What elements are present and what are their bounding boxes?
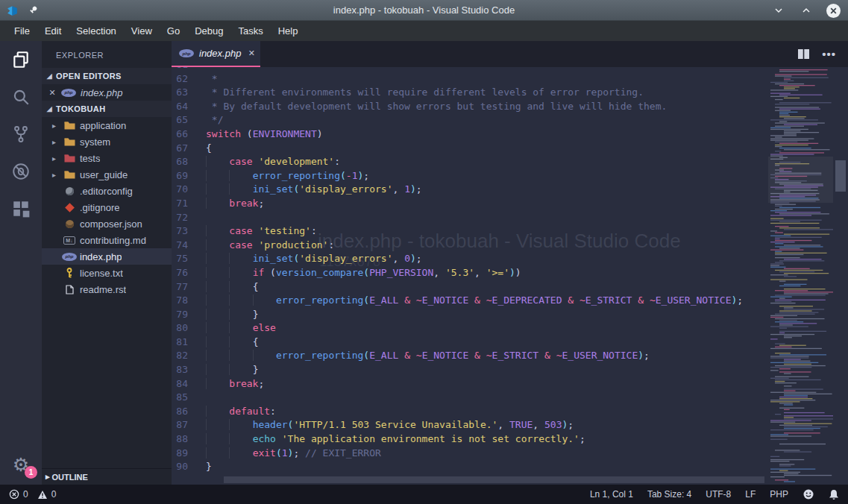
code-line[interactable]: 61 * (172, 67, 768, 72)
menu-item-file[interactable]: File (7, 22, 37, 40)
code-line[interactable]: 90} (172, 460, 768, 474)
line-number: 89 (172, 447, 206, 461)
menu-item-view[interactable]: View (124, 22, 160, 40)
more-actions-button[interactable]: ••• (822, 48, 836, 60)
tree-item-index-php[interactable]: phpindex.php (42, 248, 172, 265)
tree-item-readme-rst[interactable]: readme.rst (42, 281, 172, 297)
tree-item-license-txt[interactable]: license.txt (42, 265, 172, 281)
code-line[interactable]: 76 if (version_compare(PHP_VERSION, '5.3… (172, 266, 768, 280)
minimap-viewport[interactable] (768, 157, 833, 203)
vertical-scrollbar-thumb[interactable] (835, 160, 846, 192)
code-line[interactable]: 85 (172, 391, 768, 405)
code-line[interactable]: 82 error_reporting(E_ALL & ~E_NOTICE & ~… (172, 349, 768, 363)
code-line[interactable]: 84 break; (172, 377, 768, 391)
code-line[interactable]: 72 (172, 211, 768, 225)
code-line[interactable]: 88 echo 'The application environment is … (172, 432, 768, 447)
code-line[interactable]: 77 { (172, 280, 768, 294)
menu-item-selection[interactable]: Selection (69, 22, 123, 40)
line-number: 74 (172, 239, 206, 253)
settings-button[interactable]: ⚙ 1 (10, 453, 32, 476)
code-line[interactable]: 89 exit(1); // EXIT_ERROR (172, 447, 768, 461)
activitybar-item-search[interactable] (0, 78, 42, 116)
window-title: index.php - tokobuah - Visual Studio Cod… (0, 4, 848, 16)
code-line[interactable]: 81 { (172, 336, 768, 350)
tree-item-composer-json[interactable]: composer.json (42, 215, 172, 232)
tab-close-icon[interactable]: ✕ (248, 48, 255, 58)
menu-item-go[interactable]: Go (160, 22, 187, 40)
token: ini_set (253, 183, 294, 195)
token (299, 447, 305, 459)
minimap[interactable] (768, 67, 833, 485)
tree-item-system[interactable]: ▸system (42, 133, 172, 150)
code-line[interactable]: 80 else (172, 321, 768, 336)
notifications-bell-icon[interactable] (829, 489, 839, 500)
line-number: 76 (172, 266, 206, 280)
menu-item-edit[interactable]: Edit (37, 22, 69, 40)
open-editors-header[interactable]: ◢ OPEN EDITORS (42, 68, 172, 84)
activitybar-item-explorer[interactable] (0, 41, 42, 78)
activitybar-item-debug[interactable] (0, 153, 42, 190)
activitybar-item-source-control[interactable] (0, 116, 42, 153)
token: error_reporting (276, 294, 363, 306)
tree-item-application[interactable]: ▸application (42, 117, 172, 133)
code-line[interactable]: 69 error_reporting(-1); (172, 169, 768, 183)
menu-item-help[interactable]: Help (271, 22, 306, 40)
token: case (229, 156, 252, 167)
code-line[interactable]: 64 * By default development will show er… (172, 100, 768, 114)
feedback-smiley-icon[interactable] (803, 488, 814, 500)
tab-index-php[interactable]: php index.php ✕ (172, 41, 260, 67)
code-line[interactable]: 79 } (172, 308, 768, 322)
indent-guide (206, 267, 229, 278)
token: , (474, 267, 486, 278)
tree-item-contributing-md[interactable]: M↓contributing.md (42, 232, 172, 248)
code-line[interactable]: 75 ini_set('display_errors', 0); (172, 252, 768, 266)
code-line[interactable]: 71 break; (172, 197, 768, 211)
horizontal-scrollbar-thumb[interactable] (224, 476, 764, 483)
code-line[interactable]: 68 case 'development': (172, 155, 768, 169)
code-area[interactable]: 61 *62 *63 * Different environments will… (172, 67, 768, 485)
tree-item--editorconfig[interactable]: .editorconfig (42, 183, 172, 199)
open-editor-item[interactable]: ✕phpindex.php (42, 84, 172, 101)
close-button[interactable] (826, 4, 841, 18)
code-line[interactable]: 86 default: (172, 405, 768, 419)
code-line[interactable]: 65 */ (172, 113, 768, 127)
menu-item-debug[interactable]: Debug (187, 22, 230, 40)
activitybar-item-extensions[interactable] (0, 190, 42, 227)
pin-icon[interactable] (28, 5, 38, 16)
tree-item-user-guide[interactable]: ▸user_guide (42, 166, 172, 183)
code-line[interactable]: 66switch (ENVIRONMENT) (172, 127, 768, 142)
token: ( (241, 128, 253, 139)
code-line[interactable]: 70 ini_set('display_errors', 1); (172, 183, 768, 197)
code-line[interactable]: 62 * (172, 72, 768, 86)
code-line[interactable]: 63 * Different environments will require… (172, 86, 768, 100)
minimize-button[interactable] (771, 3, 786, 18)
token: - (346, 170, 352, 181)
status-language-mode[interactable]: PHP (770, 489, 788, 500)
status-eol[interactable]: LF (745, 489, 756, 500)
code-line[interactable]: 67{ (172, 142, 768, 156)
status-tab-size[interactable]: Tab Size: 4 (647, 489, 691, 500)
line-text: * Different environments will require di… (206, 86, 768, 100)
project-header[interactable]: ◢ TOKOBUAH (42, 101, 172, 117)
chevron-down-icon: ◢ (45, 105, 54, 113)
errors-indicator[interactable]: 0 (9, 489, 33, 500)
tree-item-tests[interactable]: ▸tests (42, 150, 172, 166)
warnings-indicator[interactable]: 0 (37, 489, 61, 500)
token: ) (509, 267, 515, 278)
editor[interactable]: 61 *62 *63 * Different environments will… (172, 67, 848, 485)
token: ( (276, 447, 282, 459)
status-encoding[interactable]: UTF-8 (706, 489, 731, 500)
code-line[interactable]: 78 error_reporting(E_ALL & ~E_NOTICE & ~… (172, 294, 768, 308)
status-cursor-position[interactable]: Ln 1, Col 1 (590, 489, 633, 500)
tree-item-label: tests (80, 153, 100, 164)
split-editor-button[interactable] (797, 48, 810, 60)
menu-item-tasks[interactable]: Tasks (230, 22, 270, 40)
maximize-button[interactable] (799, 3, 814, 18)
code-line[interactable]: 83 } (172, 363, 768, 377)
tree-item--gitignore[interactable]: .gitignore (42, 199, 172, 215)
outline-section[interactable]: ▸ OUTLINE (42, 468, 172, 485)
close-icon[interactable]: ✕ (48, 88, 57, 98)
line-text: switch (ENVIRONMENT) (206, 127, 768, 142)
code-line[interactable]: 87 header('HTTP/1.1 503 Service Unavaila… (172, 418, 768, 432)
token: E_NOTICE (422, 294, 469, 306)
